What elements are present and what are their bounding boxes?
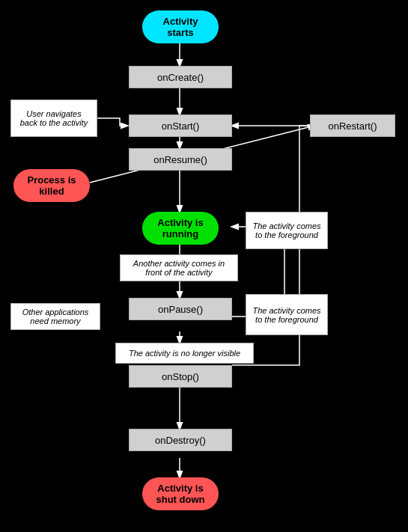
lifecycle-diagram: Activity starts onCreate() onStart() onR…: [0, 0, 408, 532]
oncreate-label: onCreate(): [157, 72, 204, 83]
no-longer-visible-text: The activity is no longer visible: [129, 349, 240, 358]
activity-starts-label: Activity starts: [163, 16, 198, 38]
onstart-label: onStart(): [162, 120, 200, 132]
activity-foreground1-text: The activity comes to the foreground: [252, 221, 321, 239]
onrestart-label: onRestart(): [328, 120, 377, 132]
user-navigates-text: User navigates back to the activity: [17, 109, 91, 127]
other-apps-text: Other applications need memory: [17, 308, 94, 325]
activity-running-label: Activity is running: [157, 217, 203, 239]
onpause-label: onPause(): [158, 304, 203, 315]
oncreate-node: onCreate(): [129, 66, 232, 88]
user-navigates-label: User navigates back to the activity: [10, 100, 97, 137]
another-activity-label: Another activity comes in front of the a…: [120, 254, 238, 281]
process-killed-label: Process is killed: [27, 174, 76, 197]
process-killed-node: Process is killed: [13, 169, 90, 202]
onrestart-node: onRestart(): [310, 114, 395, 137]
onstart-node: onStart(): [129, 114, 232, 137]
other-apps-label: Other applications need memory: [10, 303, 100, 330]
no-longer-visible-label: The activity is no longer visible: [115, 343, 254, 364]
activity-foreground2-label: The activity comes to the foreground: [246, 294, 328, 335]
onresume-node: onResume(): [129, 148, 232, 171]
another-activity-text: Another activity comes in front of the a…: [127, 259, 231, 277]
activity-running-node: Activity is running: [142, 212, 219, 245]
onresume-label: onResume(): [153, 154, 207, 165]
activity-shutdown-label: Activity is shut down: [156, 483, 205, 505]
onstop-node: onStop(): [129, 365, 232, 388]
onpause-node: onPause(): [129, 298, 232, 320]
ondestroy-label: onDestroy(): [155, 435, 206, 446]
activity-foreground1-label: The activity comes to the foreground: [246, 212, 328, 249]
onstop-label: onStop(): [162, 371, 199, 382]
activity-shutdown-node: Activity is shut down: [142, 477, 219, 510]
ondestroy-node: onDestroy(): [129, 429, 232, 451]
activity-foreground2-text: The activity comes to the foreground: [252, 306, 321, 324]
activity-starts-node: Activity starts: [142, 10, 219, 43]
